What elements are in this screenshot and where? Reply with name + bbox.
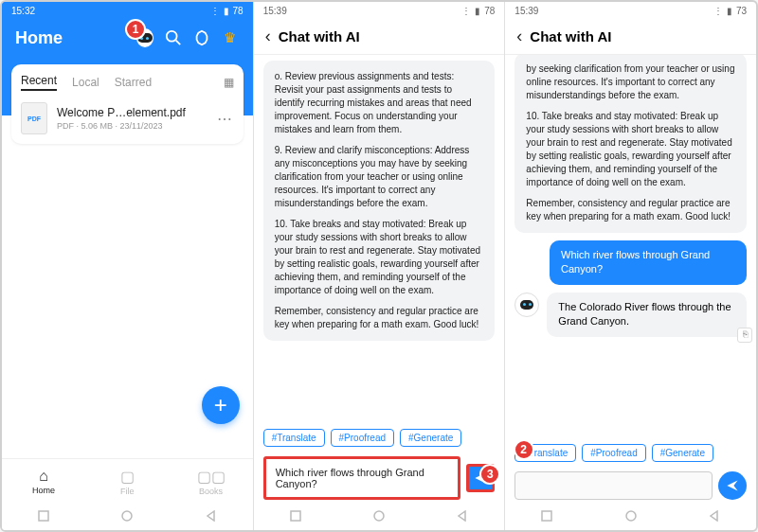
crown-icon[interactable]: ♛ xyxy=(221,28,240,47)
svg-point-0 xyxy=(166,31,176,42)
back-icon[interactable]: ‹ xyxy=(516,27,522,46)
file-name: Welcome P…element.pdf xyxy=(57,106,217,119)
tab-local[interactable]: Local xyxy=(72,76,99,89)
gear-icon[interactable] xyxy=(192,28,211,47)
nav-home[interactable]: ⌂Home xyxy=(2,459,85,504)
status-time: 15:39 xyxy=(263,6,287,16)
bottom-nav: ⌂Home ▢File ▢▢Books xyxy=(2,458,253,504)
chip-proofread[interactable]: #Proofread xyxy=(582,444,645,462)
back-button-icon[interactable] xyxy=(709,508,720,525)
svg-point-6 xyxy=(374,511,384,521)
wifi-icon: ⋮ xyxy=(713,6,723,16)
back-button-icon[interactable] xyxy=(457,508,468,525)
signal-icon: ▮ xyxy=(475,6,480,16)
chip-translate[interactable]: #Translate xyxy=(263,429,325,447)
file-row[interactable]: PDF Welcome P…element.pdf PDF · 5.06 MB … xyxy=(21,102,234,134)
svg-rect-3 xyxy=(39,511,48,521)
system-nav xyxy=(2,504,253,530)
ai-message: by seeking clarification from your teach… xyxy=(514,55,747,233)
pdf-thumb-icon: PDF xyxy=(21,102,47,134)
nav-file[interactable]: ▢File xyxy=(85,459,169,504)
svg-point-8 xyxy=(626,511,636,521)
home-button-icon[interactable] xyxy=(625,508,637,525)
chip-generate[interactable]: #Generate xyxy=(652,444,713,462)
add-fab-button[interactable]: + xyxy=(202,386,240,424)
chat-header: ‹ Chat with AI xyxy=(254,19,505,55)
system-nav xyxy=(505,504,756,530)
status-bar: 15:39 ⋮ ▮ 78 xyxy=(254,2,505,19)
home-button-icon[interactable] xyxy=(373,508,385,525)
chat-title: Chat with AI xyxy=(279,28,360,44)
file-icon: ▢ xyxy=(120,468,135,486)
chat-input[interactable] xyxy=(514,471,713,500)
ai-avatar-icon xyxy=(514,293,539,317)
recent-apps-icon[interactable] xyxy=(541,508,552,525)
status-bar: 15:32 ⋮ ▮ 78 xyxy=(2,2,253,19)
svg-rect-7 xyxy=(542,511,551,521)
svg-point-4 xyxy=(122,511,132,521)
file-meta: PDF · 5.06 MB · 23/11/2023 xyxy=(57,121,217,131)
status-bar: 15:39 ⋮ ▮ 73 xyxy=(505,2,756,19)
user-message: Which river flows through Grand Canyon? xyxy=(550,240,747,285)
tab-recent[interactable]: Recent xyxy=(21,74,57,91)
search-icon[interactable] xyxy=(164,28,183,47)
wifi-icon: ⋮ xyxy=(461,6,471,16)
nav-books[interactable]: ▢▢Books xyxy=(169,459,252,504)
status-time: 15:39 xyxy=(514,6,538,16)
grid-view-icon[interactable]: ▦ xyxy=(224,76,234,89)
back-icon[interactable]: ‹ xyxy=(265,27,271,46)
svg-line-1 xyxy=(175,41,180,45)
chip-proofread[interactable]: #Proofread xyxy=(331,429,394,447)
page-title: Home xyxy=(15,28,126,48)
svg-marker-2 xyxy=(196,31,207,44)
ai-answer-bubble: The Colorado River flows through the Gra… xyxy=(547,293,747,337)
battery-icon: 78 xyxy=(484,6,495,16)
annotation-badge-1: 1 xyxy=(125,19,146,40)
chat-input[interactable]: Which river flows through Grand Canyon? xyxy=(263,456,461,500)
signal-icon: ▮ xyxy=(224,6,229,16)
chat-header: ‹ Chat with AI xyxy=(505,19,756,55)
send-button[interactable] xyxy=(718,471,747,500)
signal-icon: ▮ xyxy=(727,6,732,16)
battery-icon: 73 xyxy=(736,6,747,16)
wifi-icon: ⋮ xyxy=(210,6,220,16)
status-time: 15:32 xyxy=(11,6,35,16)
books-icon: ▢▢ xyxy=(197,468,226,486)
chip-generate[interactable]: #Generate xyxy=(400,429,461,447)
back-button-icon[interactable] xyxy=(206,508,217,525)
file-list-card: Recent Local Starred ▦ PDF Welcome P…ele… xyxy=(11,64,244,144)
system-nav xyxy=(254,504,505,530)
tab-starred[interactable]: Starred xyxy=(115,76,152,89)
home-button-icon[interactable] xyxy=(121,508,133,525)
recent-apps-icon[interactable] xyxy=(290,508,301,525)
chip-row: #Translate #Proofread #Generate xyxy=(514,438,747,468)
home-icon: ⌂ xyxy=(39,468,48,485)
ai-response-row: The Colorado River flows through the Gra… xyxy=(514,293,747,337)
chat-title: Chat with AI xyxy=(530,28,611,44)
chip-row: #Translate #Proofread #Generate xyxy=(263,423,496,452)
ai-message: o. Review previous assignments and tests… xyxy=(263,61,496,341)
recent-apps-icon[interactable] xyxy=(38,508,49,525)
svg-rect-5 xyxy=(291,511,300,521)
annotation-badge-2: 2 xyxy=(514,439,534,460)
battery-icon: 78 xyxy=(233,6,244,16)
file-more-icon[interactable]: ⋯ xyxy=(217,110,234,128)
copy-icon[interactable]: ⎘ xyxy=(737,328,752,343)
